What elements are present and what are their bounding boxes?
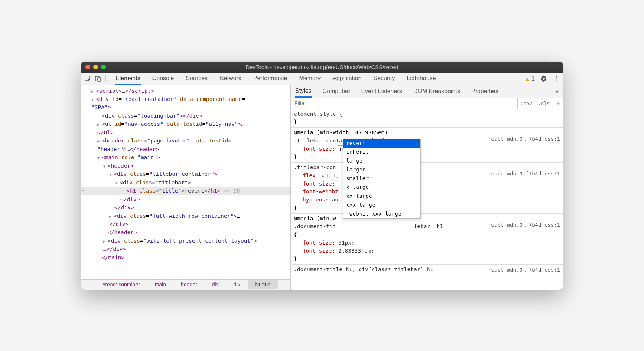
subtab-dom-breakpoints[interactable]: DOM Breakpoints — [413, 86, 461, 97]
more-subtabs-icon[interactable]: » — [554, 86, 559, 97]
subtab-styles[interactable]: Styles — [295, 85, 312, 98]
tab-console[interactable]: Console — [152, 73, 175, 85]
subtab-event-listeners[interactable]: Event Listeners — [360, 86, 403, 97]
filter-actions: :hov .cls + — [517, 98, 563, 109]
dom-node[interactable]: ▶<ul id="nav-access" data-testid="a11y-n… — [81, 120, 290, 128]
subtab-computed[interactable]: Computed — [322, 86, 351, 97]
warning-badge[interactable]: ▲ 1 — [525, 75, 535, 82]
subtab-properties[interactable]: Properties — [471, 86, 499, 97]
selector-text: element.style { — [294, 110, 560, 118]
filter-row: :hov .cls + — [291, 98, 563, 109]
autocomplete-item[interactable]: revert — [343, 139, 420, 148]
breadcrumbs: ... #react-container main header div div… — [81, 279, 290, 290]
dom-node[interactable]: ▶<div class="wiki-left-present content-l… — [81, 237, 290, 245]
rule-titlebar-container[interactable]: react-mdn.0…f7b4d.css:1 .titlebar-con fl… — [291, 163, 563, 214]
devtools-window: DevTools - developer.mozilla.org/en-US/d… — [81, 62, 563, 290]
crumb[interactable]: #react-container — [95, 280, 147, 289]
svg-rect-2 — [98, 78, 101, 81]
dom-node-cont[interactable]: "SPA"> — [81, 103, 290, 111]
crumb[interactable]: div — [205, 280, 226, 289]
source-link[interactable]: react-mdn.0…f7b4d.css:1 — [488, 135, 560, 143]
crumb-more[interactable]: ... — [83, 280, 95, 289]
window-titlebar: DevTools - developer.mozilla.org/en-US/d… — [81, 62, 563, 73]
cls-button[interactable]: .cls — [535, 101, 553, 106]
dom-node[interactable]: ▼<header> — [81, 162, 290, 170]
source-link[interactable]: react-mdn.0…f7b4d.css:1 — [488, 221, 560, 229]
crumb-active[interactable]: h1.title — [248, 280, 278, 289]
new-rule-button[interactable]: + — [553, 98, 563, 109]
dom-node-cont[interactable]: "header">…</header> — [81, 145, 290, 153]
source-link[interactable]: react-mdn.0…f7b4d.css:1 — [488, 266, 560, 274]
dom-node[interactable]: ▶<header class="page-header" data-testid… — [81, 137, 290, 145]
autocomplete-item[interactable]: xx-large — [343, 192, 420, 201]
styles-panel: Styles Computed Event Listeners DOM Brea… — [291, 85, 563, 290]
hov-button[interactable]: :hov — [518, 101, 535, 106]
dom-node-close[interactable]: </main> — [81, 253, 290, 262]
settings-icon[interactable] — [540, 75, 547, 82]
close-window-button[interactable] — [85, 65, 90, 69]
dom-node-close[interactable]: </div> — [81, 203, 290, 211]
tab-application[interactable]: Application — [332, 73, 362, 85]
dom-node[interactable]: ▼<main role="main"> — [81, 153, 290, 161]
tab-memory[interactable]: Memory — [298, 73, 321, 85]
css-property[interactable]: font-size: revert; — [294, 145, 560, 153]
css-property[interactable]: hyphens: au — [294, 196, 560, 204]
warning-icon: ▲ — [525, 76, 530, 82]
tab-security[interactable]: Security — [373, 73, 396, 85]
autocomplete-item[interactable]: large — [343, 157, 420, 165]
dom-node[interactable]: ▶<script>…</script> — [81, 87, 290, 95]
main-tabs: Elements Console Sources Network Perform… — [115, 73, 437, 85]
crumb[interactable]: header — [173, 280, 205, 289]
warning-count: 1 — [531, 75, 535, 82]
dom-node[interactable]: ▼<div id="react-container" data-componen… — [81, 95, 290, 103]
content-split: ▶<script>…</script> ▼<div id="react-cont… — [81, 85, 563, 290]
dom-node-close[interactable]: </ul> — [81, 128, 290, 137]
dom-node-close[interactable]: </header> — [81, 228, 290, 236]
tab-performance[interactable]: Performance — [253, 73, 288, 85]
autocomplete-item[interactable]: x-large — [343, 183, 420, 192]
rule-element-style[interactable]: element.style { } — [291, 109, 563, 128]
rule-titlebar-title[interactable]: react-mdn.0…f7b4d.css:1 @media (min-widt… — [291, 128, 563, 163]
dom-node[interactable]: ▼<div class="titlebar-container"> — [81, 170, 290, 178]
crumb[interactable]: div — [226, 280, 248, 289]
css-property[interactable]: font-weight — [294, 188, 560, 196]
autocomplete-dropdown: revert inherit large larger smaller x-la… — [343, 139, 421, 219]
css-property-overridden[interactable]: font-size: 2.83333rem; — [294, 247, 560, 255]
filter-input[interactable] — [295, 100, 517, 106]
autocomplete-item[interactable]: larger — [343, 165, 420, 174]
minimize-window-button[interactable] — [93, 65, 98, 69]
tab-elements[interactable]: Elements — [115, 73, 141, 85]
toolbar-right: ▲ 1 ⋮ — [525, 75, 560, 82]
source-link[interactable]: react-mdn.0…f7b4d.css:1 — [488, 170, 560, 178]
main-toolbar: Elements Console Sources Network Perform… — [81, 73, 563, 85]
dom-node[interactable]: ▼<div class="titlebar"> — [81, 178, 290, 187]
more-icon[interactable]: ⋮ — [553, 75, 560, 82]
inspect-icon[interactable] — [84, 75, 91, 82]
tab-lighthouse[interactable]: Lighthouse — [406, 73, 436, 85]
device-toolbar-icon[interactable] — [94, 75, 102, 82]
rule-document-title[interactable]: react-mdn.0…f7b4d.css:1 .document-title … — [291, 265, 563, 275]
autocomplete-item[interactable]: -webkit-xxx-large — [343, 210, 420, 219]
maximize-window-button[interactable] — [101, 65, 106, 69]
dom-panel: ▶<script>…</script> ▼<div id="react-cont… — [81, 85, 291, 290]
css-property-overridden[interactable]: font-size: 51px; — [294, 239, 560, 247]
tab-network[interactable]: Network — [219, 73, 242, 85]
dom-node-close[interactable]: </div> — [81, 195, 290, 203]
dom-node-close[interactable]: </div> — [81, 220, 290, 228]
dom-node[interactable]: <div class="loading-bar"></div> — [81, 112, 290, 120]
traffic-lights — [85, 65, 106, 69]
autocomplete-item[interactable]: inherit — [343, 148, 420, 157]
dom-node-selected[interactable]: <h1 class="title">revert</h1> == $0 — [81, 187, 290, 195]
toolbar-divider — [105, 75, 106, 82]
crumb[interactable]: main — [147, 280, 173, 289]
dom-node[interactable]: ▶<div class="full-width-row-container">… — [81, 212, 290, 220]
css-property-overridden[interactable]: font-size: — [294, 180, 560, 188]
dom-node-cont[interactable]: …</div> — [81, 245, 290, 253]
rule-document-title-media[interactable]: react-mdn.0…f7b4d.css:1 @media (min-w .d… — [291, 214, 563, 265]
autocomplete-item[interactable]: xxx-large — [343, 201, 420, 210]
tab-sources[interactable]: Sources — [185, 73, 208, 85]
svg-point-3 — [543, 78, 544, 79]
dom-tree[interactable]: ▶<script>…</script> ▼<div id="react-cont… — [81, 85, 290, 279]
ac-rest: evert — [349, 140, 366, 146]
autocomplete-item[interactable]: smaller — [343, 174, 420, 183]
